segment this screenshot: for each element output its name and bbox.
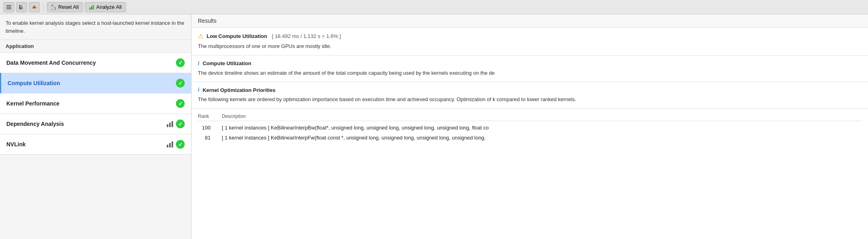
toolbar: Reset All Analyze All xyxy=(0,0,868,14)
sidebar-item-label: Data Movement And Concurrency xyxy=(6,60,96,66)
result-body: The following kernels are ordered by opt… xyxy=(198,96,862,104)
sidebar-item-label: Dependency Analysis xyxy=(6,121,64,127)
result-title-row: i Compute Utilization xyxy=(198,60,862,67)
sidebar-item-data-movement[interactable]: Data Movement And Concurrency ✓ xyxy=(0,52,191,73)
nav-item-icons: ✓ xyxy=(176,79,185,88)
result-meta: [ 18.492 ms / 1.132 s = 1.6% ] xyxy=(272,33,341,39)
col-desc-header: Description xyxy=(222,114,862,119)
result-title-text: Low Compute Utilization xyxy=(207,33,267,39)
table-header: Rank Description xyxy=(198,112,862,121)
left-panel: To enable kernel analysis stages select … xyxy=(0,14,191,239)
rank-value: 100 xyxy=(198,124,214,132)
sidebar-item-compute-utilization[interactable]: Compute Utilization ✓ xyxy=(0,73,191,94)
toolbar-divider xyxy=(43,3,43,11)
rank-value: 81 xyxy=(198,134,214,142)
right-panel: Results ⚠ Low Compute Utilization [ 18.4… xyxy=(191,14,868,239)
list-icon xyxy=(6,4,12,10)
result-body: The device timeline shows an estimate of… xyxy=(198,69,862,77)
result-section-kernel-opt: i Kernel Optimization Priorities The fol… xyxy=(191,82,868,109)
sidebar-item-dependency-analysis[interactable]: Dependency Analysis ✓ xyxy=(0,114,191,134)
result-section-low-compute: ⚠ Low Compute Utilization [ 18.492 ms / … xyxy=(191,28,868,56)
svg-marker-8 xyxy=(32,5,37,8)
col-rank-header: Rank xyxy=(198,114,214,119)
nav-item-icons: ✓ xyxy=(176,58,185,67)
sidebar-item-label: NVLink xyxy=(6,141,26,147)
svg-rect-10 xyxy=(51,5,52,7)
nav-item-icons: ✓ xyxy=(176,99,185,108)
results-header: Results xyxy=(191,14,868,28)
tree-icon xyxy=(19,4,24,10)
svg-rect-7 xyxy=(20,7,21,9)
sidebar-item-nvlink[interactable]: NVLink ✓ xyxy=(0,134,191,155)
reset-all-label: Reset All xyxy=(58,4,79,10)
check-icon-kernel-performance: ✓ xyxy=(176,99,185,108)
svg-rect-18 xyxy=(169,143,171,147)
sidebar-item-label: Kernel Performance xyxy=(6,100,59,107)
section-header: Application xyxy=(0,40,191,52)
nav-item-icons: ✓ xyxy=(166,120,185,128)
svg-rect-11 xyxy=(89,8,91,10)
svg-rect-14 xyxy=(167,124,168,127)
check-icon-data-movement: ✓ xyxy=(176,58,185,67)
main-content: To enable kernel analysis stages select … xyxy=(0,14,868,239)
info-icon-kernel: i xyxy=(198,87,199,93)
result-title-text: Compute Utilization xyxy=(203,60,251,66)
nav-item-icons: ✓ xyxy=(166,140,185,149)
warning-icon: ⚠ xyxy=(198,32,203,40)
analyze-all-label: Analyze All xyxy=(96,4,122,10)
table-row: 81 [ 1 kernel instances ] KeBilinearInte… xyxy=(198,133,862,143)
svg-rect-0 xyxy=(6,5,11,6)
svg-rect-16 xyxy=(172,121,173,127)
bar-chart-icon-dependency xyxy=(166,120,174,127)
svg-rect-13 xyxy=(93,5,94,10)
info-icon-compute: i xyxy=(198,60,199,67)
up-button[interactable] xyxy=(29,2,40,12)
result-title-row: ⚠ Low Compute Utilization [ 18.492 ms / … xyxy=(198,32,862,40)
svg-rect-2 xyxy=(6,8,11,9)
reset-all-button[interactable]: Reset All xyxy=(47,2,83,12)
tree-view-button[interactable] xyxy=(16,2,27,12)
sidebar-item-kernel-performance[interactable]: Kernel Performance ✓ xyxy=(0,93,191,114)
svg-rect-15 xyxy=(169,123,171,127)
reset-icon xyxy=(51,4,57,10)
svg-rect-17 xyxy=(167,145,168,147)
result-title-text: Kernel Optimization Priorities xyxy=(203,87,276,93)
intro-text: To enable kernel analysis stages select … xyxy=(0,14,191,40)
check-icon-dependency-analysis: ✓ xyxy=(176,120,185,128)
check-icon-nvlink: ✓ xyxy=(176,140,185,149)
list-view-button[interactable] xyxy=(3,2,14,12)
result-body: The multiprocessors of one or more GPUs … xyxy=(198,42,862,50)
result-title-row: i Kernel Optimization Priorities xyxy=(198,87,862,93)
check-icon-compute-utilization: ✓ xyxy=(176,79,185,88)
svg-rect-19 xyxy=(172,141,173,147)
kernel-table: Rank Description 100 [ 1 kernel instance… xyxy=(191,109,868,148)
result-section-compute-util: i Compute Utilization The device timelin… xyxy=(191,56,868,82)
svg-rect-1 xyxy=(6,7,11,8)
analyze-icon xyxy=(89,4,95,10)
up-arrow-icon xyxy=(32,4,37,10)
bar-chart-icon-nvlink xyxy=(166,141,174,148)
sidebar-item-label: Compute Utilization xyxy=(8,80,60,86)
analyze-all-button[interactable]: Analyze All xyxy=(85,2,126,12)
desc-value: [ 1 kernel instances ] KeBilinearInterpF… xyxy=(222,134,862,142)
desc-value: [ 1 kernel instances ] KeBilinearInterpB… xyxy=(222,124,862,132)
table-row: 100 [ 1 kernel instances ] KeBilinearInt… xyxy=(198,123,862,133)
svg-rect-12 xyxy=(91,6,92,10)
svg-rect-6 xyxy=(19,6,20,9)
